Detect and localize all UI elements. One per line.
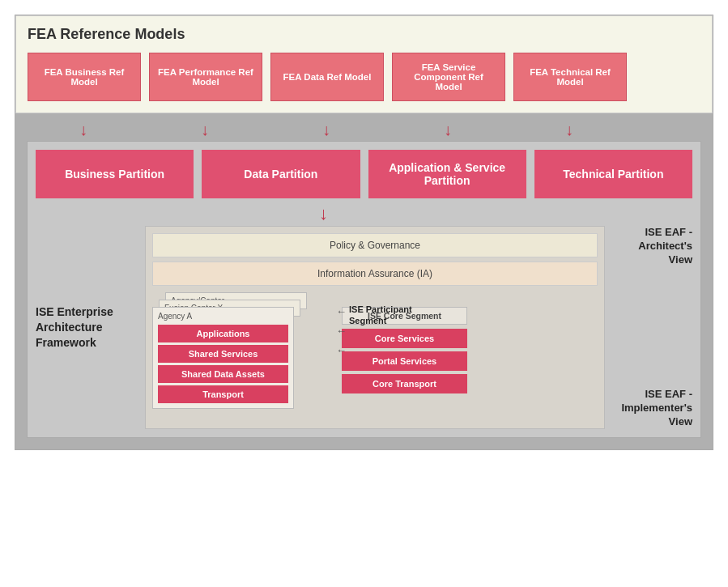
main-container: FEA Reference Models FEA Business Ref Mo… <box>0 0 728 587</box>
portal-services-box: Portal Services <box>342 351 467 371</box>
arrow-cell-1: ↓ <box>27 121 140 138</box>
partitions-and-lower: Business Partition Data Partition Applic… <box>27 141 701 438</box>
arrow-cell-4: ↓ <box>391 121 504 138</box>
participant-label-area: ISE Participant Segment ← ← ← <box>336 304 421 327</box>
data-partition-box: Data Partition <box>202 150 360 198</box>
fea-arrows-row: ↓ ↓ ↓ ↓ ↓ <box>27 121 701 138</box>
fea-title: FEA Reference Models <box>28 26 700 43</box>
business-partition-box: Business Partition <box>36 150 194 198</box>
fea-box-service: FEA Service Component Ref Model <box>392 53 505 101</box>
policy-box: Policy & Governance <box>152 233 598 257</box>
participant-arrows: ← ← ← <box>336 305 347 356</box>
fea-section: FEA Reference Models FEA Business Ref Mo… <box>15 15 713 113</box>
participant-segment-wrapper: Agency/Center ... Fusion Center X Agency… <box>152 292 330 422</box>
fea-box-performance: FEA Performance Ref Model <box>149 53 262 101</box>
diagram-outer: FEA Reference Models FEA Business Ref Mo… <box>15 15 713 450</box>
agency-a-title: Agency A <box>158 312 288 321</box>
eaf-architect-label: ISE EAF - Architect's View <box>613 226 692 267</box>
eaf-implementer-label: ISE EAF - Implementer's View <box>613 388 692 429</box>
arrow-cell-2: ↓ <box>148 121 262 138</box>
shared-data-box: Shared Data Assets <box>158 365 288 383</box>
arrow-cell-3: ↓ <box>270 121 383 138</box>
segments-area: Agency/Center ... Fusion Center X Agency… <box>152 292 598 422</box>
fea-box-technical: FEA Technical Ref Model <box>513 53 627 101</box>
fea-boxes-row: FEA Business Ref Model FEA Performance R… <box>28 53 700 101</box>
paper-stack: Agency/Center ... Fusion Center X Agency… <box>152 292 302 422</box>
core-services-box: Core Services <box>342 329 467 348</box>
connector-arrow-row: ↓ <box>36 205 692 223</box>
core-transport-box: Core Transport <box>342 374 467 393</box>
right-labels: ISE EAF - Architect's View ISE EAF - Imp… <box>605 226 692 429</box>
ia-box: Information Assurance (IA) <box>152 262 598 286</box>
transport-box: Transport <box>158 385 288 403</box>
ise-framework-label: ISE Enterprise Architecture Framework <box>36 226 145 429</box>
app-box: Applications <box>158 325 288 342</box>
gray-section: ↓ ↓ ↓ ↓ ↓ Business Partition <box>15 113 713 449</box>
technical-partition-box: Technical Partition <box>534 150 692 198</box>
shared-services-box: Shared Services <box>158 345 288 363</box>
fea-box-business: FEA Business Ref Model <box>28 53 141 101</box>
center-content: Policy & Governance Information Assuranc… <box>145 226 605 429</box>
bottom-area: ISE Enterprise Architecture Framework Po… <box>36 226 692 429</box>
paper-agency-a: Agency A Applications Shared Services Sh… <box>152 307 294 409</box>
app-service-partition-box: Application & Service Partition <box>368 150 526 198</box>
fea-box-data: FEA Data Ref Model <box>270 53 384 101</box>
participant-label: ISE Participant Segment <box>336 304 421 327</box>
partition-row: Business Partition Data Partition Applic… <box>36 150 692 198</box>
arrow-cell-5: ↓ <box>513 121 626 138</box>
